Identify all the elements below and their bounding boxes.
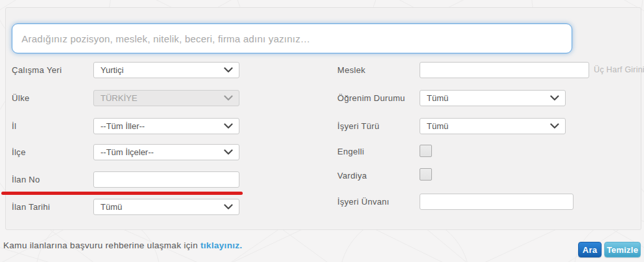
footer-link[interactable]: tıklayınız. bbox=[200, 240, 242, 250]
chevron-down-icon bbox=[224, 204, 233, 210]
meslek-input[interactable] bbox=[420, 62, 589, 78]
ogrenim-durumu-select[interactable]: Tümü bbox=[420, 90, 566, 106]
calisma-yeri-label: Çalışma Yeri bbox=[12, 62, 62, 78]
ulke-select-value: TÜRKİYE bbox=[100, 93, 137, 103]
calisma-yeri-select[interactable]: Yurtiçi bbox=[93, 62, 239, 78]
ilan-tarihi-select[interactable]: Tümü bbox=[93, 199, 239, 215]
ilan-no-input[interactable] bbox=[93, 171, 239, 188]
isyeri-unvani-label: İşyeri Ünvanı bbox=[337, 194, 390, 210]
isyeri-turu-select-value: Tümü bbox=[427, 121, 448, 131]
il-label: İl bbox=[12, 118, 16, 134]
chevron-down-icon bbox=[224, 123, 233, 129]
search-button[interactable]: Ara bbox=[578, 242, 602, 257]
chevron-down-icon bbox=[550, 95, 559, 101]
ilan-no-label: İlan No bbox=[12, 171, 40, 188]
red-annotation-line bbox=[1, 192, 243, 195]
footer-info-text: Kamu ilanlarına başvuru rehberine ulaşma… bbox=[3, 240, 198, 250]
footer-info: Kamu ilanlarına başvuru rehberine ulaşma… bbox=[3, 240, 242, 250]
ulke-label: Ülke bbox=[12, 90, 29, 106]
isyeri-unvani-input[interactable] bbox=[420, 194, 574, 210]
il-select[interactable]: --Tüm İller-- bbox=[93, 118, 239, 134]
ulke-select: TÜRKİYE bbox=[93, 90, 239, 106]
chevron-down-icon bbox=[224, 149, 233, 155]
ilan-tarihi-label: İlan Tarihi bbox=[12, 199, 50, 215]
vardiya-label: Vardiya bbox=[337, 169, 367, 182]
ogrenim-durumu-label: Öğrenim Durumu bbox=[337, 90, 405, 106]
ilan-tarihi-select-value: Tümü bbox=[100, 202, 122, 212]
chevron-down-icon bbox=[550, 123, 559, 129]
ilce-select-value: --Tüm İlçeler-- bbox=[100, 147, 154, 157]
isyeri-turu-select[interactable]: Tümü bbox=[420, 118, 566, 134]
isyeri-turu-label: İşyeri Türü bbox=[337, 118, 379, 134]
il-select-value: --Tüm İller-- bbox=[100, 121, 145, 131]
engelli-label: Engelli bbox=[337, 145, 364, 158]
chevron-down-icon bbox=[224, 67, 233, 73]
chevron-down-icon bbox=[224, 95, 233, 101]
engelli-checkbox[interactable] bbox=[420, 145, 432, 157]
ilce-label: İlçe bbox=[12, 144, 25, 160]
clear-button[interactable]: Temizle bbox=[604, 242, 641, 257]
vardiya-checkbox[interactable] bbox=[420, 168, 432, 181]
meslek-label: Meslek bbox=[337, 62, 365, 78]
keyword-search-input[interactable] bbox=[12, 23, 572, 53]
meslek-hint: Üç Harf Giriniz. bbox=[594, 62, 644, 78]
ogrenim-durumu-select-value: Tümü bbox=[427, 93, 448, 103]
ilce-select[interactable]: --Tüm İlçeler-- bbox=[93, 144, 239, 160]
calisma-yeri-select-value: Yurtiçi bbox=[100, 65, 123, 75]
